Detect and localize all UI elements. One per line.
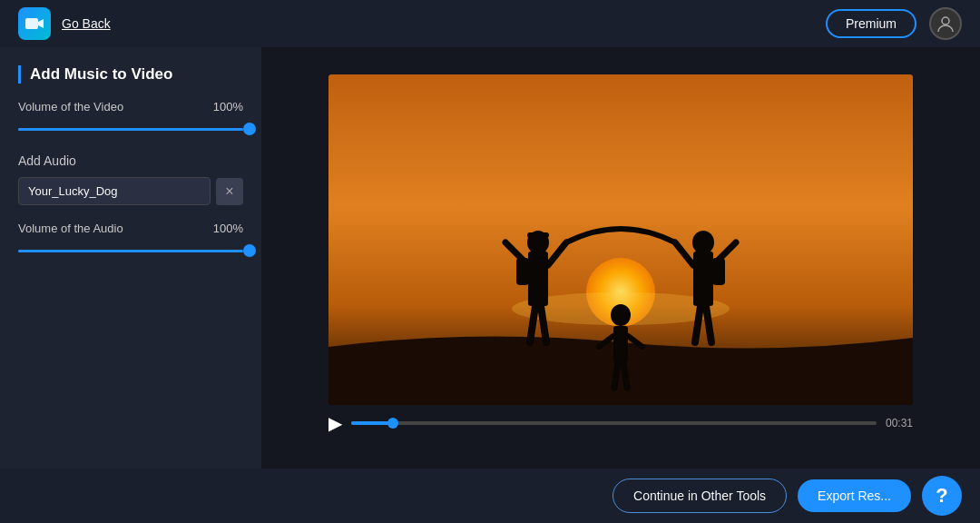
volume-video-track — [18, 128, 243, 131]
svg-point-2 — [942, 17, 949, 25]
volume-audio-track — [18, 250, 243, 252]
video-controls: ▶ 00:31 — [328, 405, 913, 441]
bottom-bar: Continue in Other Tools Export Res... ? — [0, 469, 980, 523]
svg-rect-22 — [613, 326, 628, 362]
svg-rect-14 — [693, 252, 713, 306]
svg-rect-6 — [528, 252, 548, 306]
video-thumbnail — [328, 74, 913, 405]
premium-button[interactable]: Premium — [826, 9, 916, 38]
volume-audio-label: Volume of the Audio — [18, 222, 123, 235]
audio-input-row: × — [18, 177, 243, 205]
video-area: ▶ 00:31 — [261, 47, 980, 469]
add-audio-label: Add Audio — [18, 153, 243, 168]
svg-marker-1 — [38, 19, 44, 28]
volume-video-row: Volume of the Video 100% — [18, 100, 243, 113]
add-audio-section: Add Audio × — [18, 153, 243, 205]
volume-video-value: 100% — [213, 100, 243, 113]
svg-line-25 — [614, 362, 618, 388]
clear-audio-button[interactable]: × — [216, 178, 243, 205]
volume-audio-fill — [18, 250, 243, 252]
progress-track[interactable] — [351, 421, 877, 425]
app-logo — [18, 7, 51, 40]
volume-video-slider[interactable] — [18, 121, 243, 137]
continue-button[interactable]: Continue in Other Tools — [612, 479, 787, 513]
volume-audio-row: Volume of the Audio 100% — [18, 222, 243, 235]
go-back-button[interactable]: Go Back — [62, 16, 111, 31]
volume-audio-group: Volume of the Audio 100% — [18, 222, 243, 259]
volume-audio-thumb[interactable] — [243, 244, 256, 257]
volume-audio-value: 100% — [213, 222, 243, 235]
volume-video-thumb[interactable] — [243, 123, 256, 135]
volume-video-group: Volume of the Video 100% — [18, 100, 243, 137]
time-display: 00:31 — [886, 417, 913, 429]
svg-rect-0 — [25, 18, 38, 29]
help-button[interactable]: ? — [922, 476, 962, 516]
header: Go Back Premium — [0, 0, 980, 47]
export-button[interactable]: Export Res... — [798, 479, 911, 512]
volume-audio-slider[interactable] — [18, 242, 243, 259]
header-left: Go Back — [18, 7, 111, 40]
svg-point-21 — [611, 304, 631, 326]
user-avatar[interactable] — [929, 7, 962, 40]
svg-line-26 — [623, 362, 627, 388]
svg-point-15 — [692, 231, 714, 254]
svg-rect-8 — [527, 232, 549, 238]
sidebar: Add Music to Video Volume of the Video 1… — [0, 47, 261, 469]
main-content: Add Music to Video Volume of the Video 1… — [0, 47, 980, 469]
video-wrapper — [328, 74, 913, 405]
header-right: Premium — [826, 7, 962, 40]
volume-video-label: Volume of the Video — [18, 100, 123, 113]
volume-video-fill — [18, 128, 243, 131]
progress-thumb[interactable] — [387, 418, 398, 429]
audio-filename-input[interactable] — [18, 177, 211, 205]
sidebar-title: Add Music to Video — [18, 65, 243, 84]
play-button[interactable]: ▶ — [328, 412, 342, 434]
